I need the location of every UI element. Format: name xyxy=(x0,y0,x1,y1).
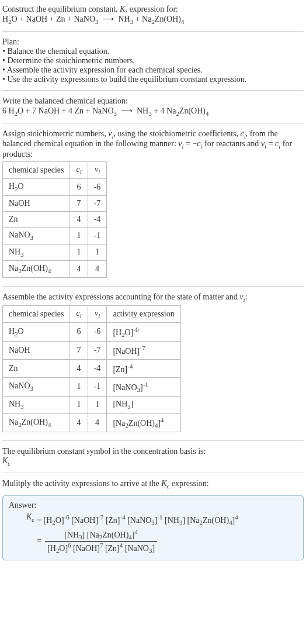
cell-ci: 4 xyxy=(70,261,88,278)
balanced-equation: 6 H2O + 7 NaOH + 4 Zn + NaNO3 ⟶ NH3 + 4 … xyxy=(2,106,304,117)
cell-species: Zn xyxy=(3,211,70,227)
divider xyxy=(2,31,304,32)
table-row: NaOH 7 -7 [NaOH]-7 xyxy=(3,342,181,360)
activity-section: Assemble the activity expressions accoun… xyxy=(2,290,304,437)
col-activity: activity expression xyxy=(107,305,180,322)
plan-item: • Balance the chemical equation. xyxy=(2,47,304,56)
balanced-title: Write the balanced chemical equation: xyxy=(2,97,304,106)
table-row: Na2Zn(OH)4 4 4 [Na2Zn(OH)4]4 xyxy=(3,413,181,432)
kc-symbol-section: The equilibrium constant symbol in the c… xyxy=(2,445,304,469)
table-row: Zn 4 -4 xyxy=(3,211,107,227)
table-row: Na2Zn(OH)4 4 4 xyxy=(3,261,107,278)
col-vi: νi xyxy=(88,305,107,322)
plan-section: Plan: • Balance the chemical equation. •… xyxy=(2,35,304,87)
prompt-line1: Construct the equilibrium constant, K, e… xyxy=(2,5,304,14)
divider xyxy=(2,90,304,91)
cell-activity: [NaNO3]-1 xyxy=(107,377,180,396)
answer-lhs: Kc xyxy=(26,512,34,523)
cell-vi: -7 xyxy=(88,342,107,360)
multiply-text: Mulitply the activity expressions to arr… xyxy=(2,479,209,488)
table-row: NaNO3 1 -1 xyxy=(3,227,107,244)
col-ci: ci xyxy=(70,162,88,179)
cell-ci: 1 xyxy=(70,244,88,261)
cell-activity: [Na2Zn(OH)4]4 xyxy=(107,413,180,432)
cell-ci: 4 xyxy=(70,413,88,432)
cell-ci: 7 xyxy=(70,195,88,211)
cell-vi: 4 xyxy=(88,261,107,278)
table-row: Zn 4 -4 [Zn]-4 xyxy=(3,359,181,377)
cell-vi: -6 xyxy=(88,178,107,195)
divider xyxy=(2,286,304,287)
cell-species: NH3 xyxy=(3,244,70,261)
cell-vi: -7 xyxy=(88,195,107,211)
cell-ci: 6 xyxy=(70,178,88,195)
answer-fraction-line: = [NH3] [Na2Zn(OH)4]4 [H2O]6 [NaOH]7 [Zn… xyxy=(37,528,238,554)
balanced-section: Write the balanced chemical equation: 6 … xyxy=(2,94,304,119)
activity-table: chemical species ci νi activity expressi… xyxy=(2,305,181,432)
col-species: chemical species xyxy=(3,162,70,179)
answer-numerator: [NH3] [Na2Zn(OH)4]4 xyxy=(45,528,157,541)
stoich-section: Assign stoichiometric numbers, νi, using… xyxy=(2,127,304,283)
answer-box: Answer: Kc = [H2O]-6 [NaOH]-7 [Zn]-4 [Na… xyxy=(2,495,304,560)
cell-vi: -4 xyxy=(88,211,107,227)
divider xyxy=(2,440,304,441)
cell-species: NaNO3 xyxy=(3,227,70,244)
answer-equation: Kc = [H2O]-6 [NaOH]-7 [Zn]-4 [NaNO3]-1 [… xyxy=(26,512,297,555)
stoich-intro: Assign stoichiometric numbers, νi, using… xyxy=(2,129,304,160)
divider xyxy=(2,473,304,473)
activity-intro: Assemble the activity expressions accoun… xyxy=(2,292,304,303)
cell-vi: 1 xyxy=(88,396,107,413)
col-species: chemical species xyxy=(3,305,70,322)
divider xyxy=(2,123,304,123)
cell-vi: 1 xyxy=(88,244,107,261)
stoich-table: chemical species ci νi H2O 6 -6 NaOH 7 -… xyxy=(2,161,107,278)
cell-species: H2O xyxy=(3,178,70,195)
kc-symbol: Kc xyxy=(2,456,304,467)
cell-species: Zn xyxy=(3,359,70,377)
col-vi: νi xyxy=(88,162,107,179)
cell-species: Na2Zn(OH)4 xyxy=(3,413,70,432)
cell-activity: [NaOH]-7 xyxy=(107,342,180,360)
cell-ci: 1 xyxy=(70,377,88,396)
cell-activity: [Zn]-4 xyxy=(107,359,180,377)
cell-vi: -1 xyxy=(88,227,107,244)
table-header-row: chemical species ci νi xyxy=(3,162,107,179)
table-row: H2O 6 -6 xyxy=(3,178,107,195)
cell-activity: [NH3] xyxy=(107,396,180,413)
table-row: NaOH 7 -7 xyxy=(3,195,107,211)
table-row: NaNO3 1 -1 [NaNO3]-1 xyxy=(3,377,181,396)
cell-ci: 4 xyxy=(70,211,88,227)
unbalanced-equation: H2O + NaOH + Zn + NaNO3 ⟶ NH3 + Na2Zn(OH… xyxy=(2,14,304,25)
plan-item: • Use the activity expressions to build … xyxy=(2,75,304,84)
col-ci: ci xyxy=(70,305,88,322)
table-row: H2O 6 -6 [H2O]-6 xyxy=(3,322,181,341)
answer-fraction: [NH3] [Na2Zn(OH)4]4 [H2O]6 [NaOH]7 [Zn]4… xyxy=(45,528,157,554)
cell-species: NaOH xyxy=(3,342,70,360)
cell-species: NaOH xyxy=(3,195,70,211)
cell-vi: 4 xyxy=(88,413,107,432)
cell-species: NaNO3 xyxy=(3,377,70,396)
cell-species: Na2Zn(OH)4 xyxy=(3,261,70,278)
cell-vi: -1 xyxy=(88,377,107,396)
plan-title: Plan: xyxy=(2,37,304,47)
plan-item: • Assemble the activity expression for e… xyxy=(2,66,304,75)
answer-product-line: = [H2O]-6 [NaOH]-7 [Zn]-4 [NaNO3]-1 [NH3… xyxy=(37,514,238,526)
table-row: NH3 1 1 xyxy=(3,244,107,261)
table-header-row: chemical species ci νi activity expressi… xyxy=(3,305,181,322)
answer-label: Answer: xyxy=(9,501,297,510)
kc-symbol-line1: The equilibrium constant symbol in the c… xyxy=(2,447,304,456)
cell-ci: 6 xyxy=(70,322,88,341)
prompt-header: Construct the equilibrium constant, K, e… xyxy=(2,2,304,27)
cell-ci: 4 xyxy=(70,359,88,377)
cell-species: H2O xyxy=(3,322,70,341)
cell-ci: 7 xyxy=(70,342,88,360)
cell-ci: 1 xyxy=(70,227,88,244)
cell-ci: 1 xyxy=(70,396,88,413)
cell-species: NH3 xyxy=(3,396,70,413)
answer-equals: = xyxy=(37,536,41,546)
multiply-section: Mulitply the activity expressions to arr… xyxy=(2,477,304,492)
answer-denominator: [H2O]6 [NaOH]7 [Zn]4 [NaNO3] xyxy=(45,542,157,554)
cell-activity: [H2O]-6 xyxy=(107,322,180,341)
cell-vi: -4 xyxy=(88,359,107,377)
cell-vi: -6 xyxy=(88,322,107,341)
